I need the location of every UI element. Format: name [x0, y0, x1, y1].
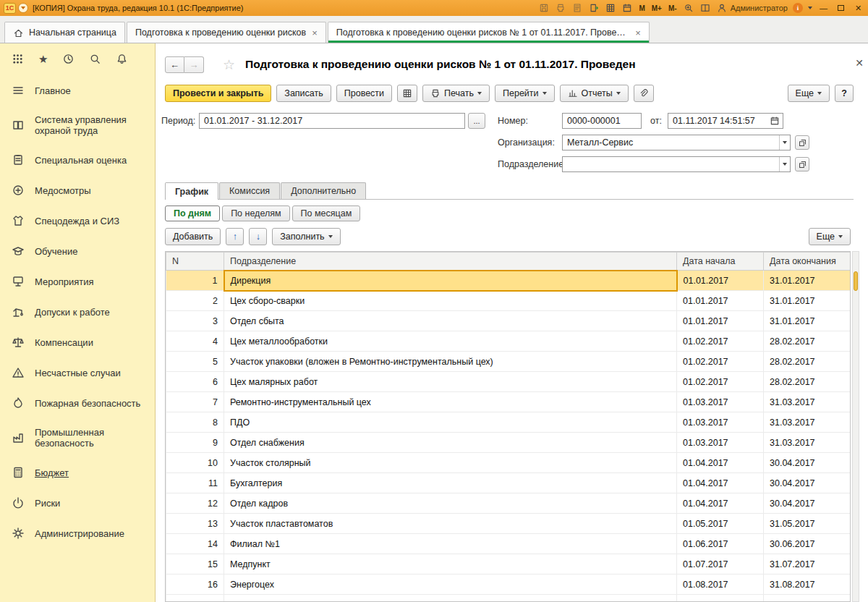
notifications-bell-icon[interactable] — [116, 53, 128, 65]
table-row[interactable]: 8ПДО01.03.201731.03.2017 — [166, 412, 851, 433]
sidebar-item-13[interactable]: Риски — [0, 488, 155, 518]
table-row[interactable]: 7Ремонтно-инструментальный цех01.03.2017… — [166, 392, 851, 412]
table-row[interactable]: 3Отдел сбыта01.01.201731.01.2017 — [166, 311, 851, 331]
cell-department[interactable]: Ремонтно-инструментальный цех — [224, 392, 677, 412]
goto-menu-button[interactable]: Перейти — [495, 85, 555, 102]
more-menu-button[interactable]: Еще — [788, 85, 830, 102]
sidebar-item-10[interactable]: Пожарная безопасность — [0, 388, 155, 418]
cell-department[interactable]: Бухгалтерия — [224, 473, 677, 493]
cell-end-date[interactable]: 28.02.2017 — [764, 331, 851, 352]
sidebar-item-8[interactable]: Компенсации — [0, 327, 155, 357]
cell-number[interactable]: 3 — [166, 311, 224, 331]
cell-end-date[interactable]: 28.02.2017 — [764, 372, 851, 392]
sidebar-item-14[interactable]: Администрирование — [0, 518, 155, 548]
table-row[interactable]: 15Медпункт01.07.201731.07.2017 — [166, 554, 851, 575]
cell-department[interactable]: Участок упаковки (вложен в Ремонтно-инст… — [224, 352, 677, 372]
cell-department[interactable]: Цех малярных работ — [224, 372, 677, 392]
cell-department[interactable]: Цех металлообработки — [224, 331, 677, 352]
cell-start-date[interactable]: 01.02.2017 — [677, 372, 764, 392]
table-row[interactable]: 14Филиал №101.06.201730.06.2017 — [166, 534, 851, 554]
cell-department[interactable]: Энергоцех — [224, 575, 677, 595]
sidebar-item-11[interactable]: Промышленная безопасность — [0, 418, 155, 457]
print-icon[interactable] — [555, 2, 566, 14]
post-and-close-button[interactable]: Провести и закрыть — [165, 85, 271, 102]
cell-end-date[interactable]: 30.04.2017 — [764, 453, 851, 473]
cell-start-date[interactable]: 01.03.2017 — [677, 433, 764, 453]
form-close-icon[interactable]: ✕ — [855, 58, 864, 68]
move-down-button[interactable]: ↓ — [249, 228, 267, 245]
cell-end-date[interactable]: 31.03.2017 — [764, 433, 851, 453]
cell-number[interactable]: 4 — [166, 331, 224, 352]
search-icon[interactable] — [89, 53, 101, 65]
apps-grid-icon[interactable] — [12, 53, 24, 65]
info-icon[interactable]: i — [793, 3, 803, 13]
sidebar-item-9[interactable]: Несчастные случаи — [0, 357, 155, 388]
column-header-0[interactable]: N — [166, 253, 224, 271]
sidebar-item-5[interactable]: Обучение — [0, 236, 155, 266]
reports-menu-button[interactable]: Отчеты — [560, 85, 629, 102]
cell-department[interactable]: Филиал №1 — [224, 534, 677, 554]
cell-end-date[interactable]: 31.03.2017 — [764, 392, 851, 412]
cell-number[interactable]: 7 — [166, 392, 224, 412]
sidebar-item-3[interactable]: Медосмотры — [0, 175, 155, 205]
table-row[interactable]: 6Цех малярных работ01.02.201728.02.2017 — [166, 372, 851, 392]
split-panel-icon[interactable] — [699, 2, 711, 14]
date-picker-icon[interactable] — [768, 114, 781, 127]
sidebar-item-0[interactable]: Главное — [0, 75, 155, 106]
cell-start-date[interactable]: 01.04.2017 — [677, 493, 764, 514]
print-preview-icon[interactable] — [571, 2, 583, 14]
organization-open-button[interactable] — [795, 135, 809, 150]
maximize-button[interactable] — [835, 2, 847, 14]
window-tab-1[interactable]: Подготовка к проведению оценки рисков № … — [328, 22, 650, 43]
table-row[interactable]: 11Бухгалтерия01.04.201730.04.2017 — [166, 473, 851, 493]
cell-start-date[interactable]: 01.01.2017 — [677, 271, 764, 291]
table-icon[interactable] — [605, 2, 616, 14]
table-scrollbar[interactable] — [852, 251, 859, 602]
number-input[interactable]: 0000-000001 — [562, 113, 642, 129]
cell-department[interactable]: Медпункт — [224, 554, 677, 575]
cell-number[interactable]: 10 — [166, 453, 224, 473]
cell-end-date[interactable]: 30.04.2017 — [764, 493, 851, 514]
department-combo[interactable] — [562, 156, 791, 172]
sidebar-item-4[interactable]: Спецодежда и СИЗ — [0, 205, 155, 236]
chevron-down-icon[interactable] — [808, 7, 812, 9]
cell-department[interactable]: Дирекция — [224, 271, 677, 291]
add-row-button[interactable]: Добавить — [165, 228, 221, 245]
scrollbar-thumb[interactable] — [854, 271, 858, 291]
table-row[interactable]: 2Цех сборо-сварки01.01.201731.01.2017 — [166, 291, 851, 311]
cell-end-date[interactable]: 31.01.2017 — [764, 311, 851, 331]
cell-department[interactable]: Участок пластавтоматов — [224, 514, 677, 534]
cell-start-date[interactable]: 01.07.2017 — [677, 554, 764, 575]
page-tab-1[interactable]: Комиссия — [219, 182, 280, 199]
back-button[interactable]: ← — [165, 56, 184, 73]
table-row[interactable]: 12Отдел кадров01.04.201730.04.2017 — [166, 493, 851, 514]
view-mode-1[interactable]: По неделям — [222, 205, 289, 221]
cell-number[interactable]: 15 — [166, 554, 224, 575]
help-button[interactable]: ? — [835, 85, 854, 102]
combo-dropdown-icon[interactable] — [779, 157, 790, 171]
fill-menu-button[interactable]: Заполнить — [272, 228, 340, 245]
cell-start-date[interactable]: 01.03.2017 — [677, 412, 764, 433]
tab-close-icon[interactable]: × — [635, 28, 641, 38]
m-minus-button[interactable]: М- — [668, 4, 678, 12]
m-button[interactable]: М — [638, 4, 645, 12]
column-header-2[interactable]: Дата начала — [677, 253, 764, 271]
table-row[interactable]: 4Цех металлообработки01.02.201728.02.201… — [166, 331, 851, 352]
column-header-3[interactable]: Дата окончания — [764, 253, 851, 271]
organization-combo[interactable]: Металл-Сервис — [562, 135, 791, 150]
period-input[interactable]: 01.01.2017 - 31.12.2017 — [199, 113, 465, 129]
view-mode-0[interactable]: По дням — [165, 205, 220, 221]
cell-start-date[interactable]: 01.04.2017 — [677, 453, 764, 473]
cell-number[interactable]: 6 — [166, 372, 224, 392]
combo-dropdown-icon[interactable] — [779, 135, 790, 150]
cell-number[interactable]: 1 — [166, 271, 224, 291]
cell-end-date[interactable]: 31.08.2017 — [764, 575, 851, 595]
minimize-button[interactable]: — — [817, 2, 830, 14]
cell-start-date[interactable]: 01.08.2017 — [677, 575, 764, 595]
window-tab-0[interactable]: Подготовка к проведению оценки рисков× — [127, 22, 326, 43]
cell-number[interactable]: 9 — [166, 433, 224, 453]
table-row[interactable]: 1Дирекция01.01.201731.01.2017 — [166, 271, 851, 291]
table-row[interactable]: 9Отдел снабжения01.03.201731.03.2017 — [166, 433, 851, 453]
cell-start-date[interactable]: 01.02.2017 — [677, 352, 764, 372]
cell-end-date[interactable]: 31.01.2017 — [764, 291, 851, 311]
